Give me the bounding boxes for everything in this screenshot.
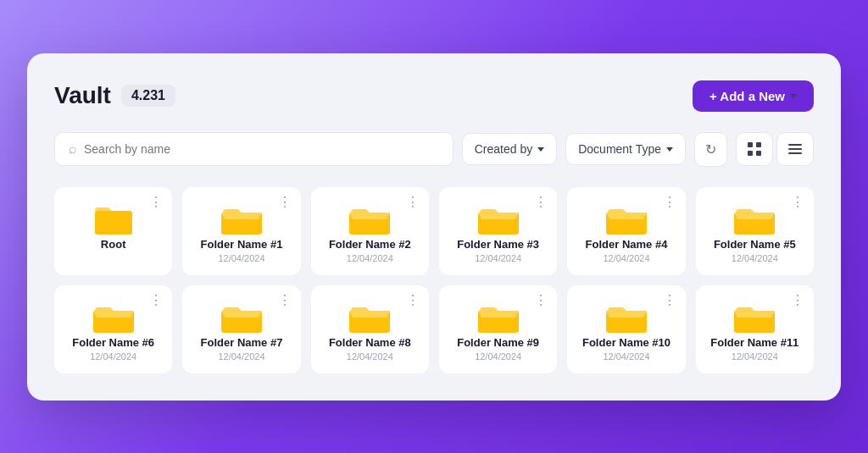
folder-icon	[220, 201, 264, 238]
folder-icon	[92, 201, 136, 238]
folder-menu-icon[interactable]: ⋮	[534, 294, 548, 307]
search-input[interactable]	[84, 142, 439, 156]
created-by-label: Created by	[475, 142, 532, 156]
document-type-chevron-icon	[666, 147, 673, 152]
folder-card[interactable]: ⋮Folder Name #112/04/2024	[182, 187, 300, 275]
folder-icon	[92, 299, 136, 336]
folder-card[interactable]: ⋮Root	[54, 187, 172, 275]
folder-menu-icon[interactable]: ⋮	[663, 196, 677, 209]
folder-icon	[732, 201, 776, 238]
folder-menu-icon[interactable]: ⋮	[149, 294, 164, 307]
count-badge: 4.231	[121, 85, 175, 107]
folder-date: 12/04/2024	[218, 253, 264, 263]
folder-menu-icon[interactable]: ⋮	[791, 196, 805, 209]
folder-date: 12/04/2024	[90, 351, 136, 362]
folder-card[interactable]: ⋮Folder Name #1112/04/2024	[696, 285, 814, 373]
folder-icon	[220, 299, 264, 336]
svg-rect-3	[756, 151, 761, 156]
folder-name: Root	[101, 238, 126, 251]
folder-date: 12/04/2024	[732, 253, 778, 263]
search-box[interactable]: ⌕	[54, 132, 453, 166]
folder-date: 12/04/2024	[347, 351, 393, 362]
folder-icon	[604, 299, 648, 336]
folder-name: Folder Name #8	[329, 336, 411, 349]
folder-menu-icon[interactable]: ⋮	[406, 294, 420, 307]
svg-rect-2	[748, 151, 753, 156]
folder-card[interactable]: ⋮Folder Name #412/04/2024	[567, 187, 685, 275]
folder-menu-icon[interactable]: ⋮	[791, 294, 805, 307]
folder-date: 12/04/2024	[347, 253, 393, 263]
svg-rect-1	[756, 142, 761, 147]
svg-rect-6	[788, 152, 802, 154]
folder-name: Folder Name #1	[201, 238, 283, 251]
folder-menu-icon[interactable]: ⋮	[278, 294, 292, 307]
folder-date: 12/04/2024	[218, 351, 264, 362]
folder-date: 12/04/2024	[475, 351, 521, 362]
folder-date: 12/04/2024	[603, 351, 649, 362]
folder-name: Folder Name #5	[714, 238, 796, 251]
folder-name: Folder Name #6	[72, 336, 154, 349]
folder-date: 12/04/2024	[732, 351, 778, 362]
svg-rect-5	[788, 148, 802, 150]
folder-date: 12/04/2024	[475, 253, 521, 263]
document-type-filter[interactable]: Document Type	[565, 133, 686, 165]
header: Vault 4.231 + Add a New	[54, 80, 814, 112]
folder-icon	[476, 299, 520, 336]
main-card: Vault 4.231 + Add a New ⌕ Created by Doc…	[27, 53, 841, 401]
folder-menu-icon[interactable]: ⋮	[663, 294, 677, 307]
created-by-chevron-icon	[537, 147, 544, 152]
folder-icon	[732, 299, 776, 336]
svg-rect-4	[788, 144, 802, 146]
add-new-button[interactable]: + Add a New	[693, 80, 814, 112]
list-view-button[interactable]	[776, 132, 814, 166]
folder-card[interactable]: ⋮Folder Name #212/04/2024	[311, 187, 429, 275]
folder-name: Folder Name #4	[586, 238, 668, 251]
folder-icon	[348, 299, 392, 336]
folder-name: Folder Name #2	[329, 238, 411, 251]
folder-menu-icon[interactable]: ⋮	[149, 196, 164, 209]
toolbar: ⌕ Created by Document Type ↻	[54, 132, 814, 167]
svg-rect-0	[748, 142, 753, 147]
folder-icon	[604, 201, 648, 238]
folder-icon	[476, 201, 520, 238]
folder-menu-icon[interactable]: ⋮	[534, 196, 548, 209]
add-new-chevron-icon	[790, 94, 797, 98]
folder-card[interactable]: ⋮Folder Name #812/04/2024	[311, 285, 429, 373]
folder-menu-icon[interactable]: ⋮	[406, 196, 420, 209]
folder-name: Folder Name #10	[582, 336, 670, 349]
grid-view-button[interactable]	[736, 132, 773, 166]
folder-card[interactable]: ⋮Folder Name #512/04/2024	[696, 187, 814, 275]
add-new-label: + Add a New	[709, 89, 785, 103]
folder-card[interactable]: ⋮Folder Name #712/04/2024	[182, 285, 300, 373]
folder-card[interactable]: ⋮Folder Name #1012/04/2024	[567, 285, 685, 373]
folder-name: Folder Name #3	[457, 238, 539, 251]
grid-icon	[747, 141, 762, 157]
created-by-filter[interactable]: Created by	[462, 133, 557, 165]
document-type-label: Document Type	[578, 142, 661, 156]
view-toggle	[736, 132, 814, 166]
folder-card[interactable]: ⋮Folder Name #312/04/2024	[439, 187, 557, 275]
folder-card[interactable]: ⋮Folder Name #912/04/2024	[439, 285, 557, 373]
folder-name: Folder Name #11	[710, 336, 798, 349]
folder-card[interactable]: ⋮Folder Name #612/04/2024	[54, 285, 172, 373]
folder-icon	[348, 201, 392, 238]
search-icon: ⌕	[69, 141, 77, 157]
title-area: Vault 4.231	[54, 82, 175, 109]
app-title: Vault	[54, 82, 111, 109]
folders-grid: ⋮Root⋮Folder Name #112/04/2024⋮Folder Na…	[54, 187, 814, 373]
folder-name: Folder Name #7	[201, 336, 283, 349]
svg-rect-7	[95, 211, 132, 235]
refresh-button[interactable]: ↻	[694, 132, 727, 167]
refresh-icon: ↻	[705, 141, 716, 157]
folder-menu-icon[interactable]: ⋮	[278, 196, 292, 209]
folder-name: Folder Name #9	[457, 336, 539, 349]
folder-date: 12/04/2024	[603, 253, 649, 263]
list-icon	[787, 141, 803, 157]
